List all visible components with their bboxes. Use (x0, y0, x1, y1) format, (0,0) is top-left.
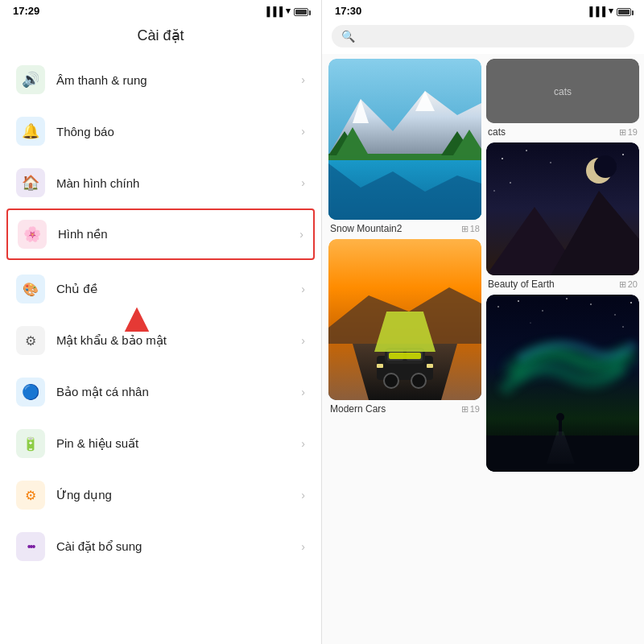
settings-item-homescreen[interactable]: 🏠 Màn hình chính › (0, 157, 321, 208)
status-icons-right: ▐▐▐ ▾ (587, 6, 631, 16)
svg-point-39 (518, 300, 519, 302)
cats-image: cats (486, 59, 639, 123)
battery-label: Pin & hiệu suất (56, 436, 301, 451)
chevron-notify: › (301, 125, 305, 138)
theme-icon: 🎨 (16, 275, 45, 303)
search-input-wrap[interactable]: 🔍 (332, 25, 634, 47)
search-bar: 🔍 (322, 20, 644, 54)
svg-marker-50 (547, 431, 575, 464)
beauty-image (486, 142, 639, 275)
car-label-row: Modern Cars ⊞ 19 (328, 400, 481, 415)
chevron-wallpaper: › (299, 228, 303, 241)
svg-rect-23 (427, 364, 433, 368)
time-left: 17:29 (13, 5, 39, 17)
wallpaper-grid: Snow Mountain2 ⊞ 18 (322, 54, 644, 644)
chevron-sound: › (301, 73, 305, 86)
beauty-name: Beauty of Earth (488, 279, 555, 290)
home-icon: 🏠 (16, 168, 45, 197)
wallpaper-col-right: cats cats ⊞ 19 (486, 59, 639, 639)
cats-label-row: cats ⊞ 19 (486, 123, 639, 138)
signal-icon-right: ▐▐▐ (587, 6, 605, 16)
notify-label: Thông báo (56, 125, 301, 138)
apps-icon: ⚙ (16, 481, 45, 510)
chevron-homescreen: › (301, 176, 305, 189)
settings-item-sound[interactable]: 🔊 Âm thanh & rung › (0, 54, 321, 105)
svg-point-21 (411, 374, 426, 388)
status-bar-right: 17:30 ▐▐▐ ▾ (322, 0, 644, 20)
svg-point-28 (594, 155, 617, 178)
wallpaper-car[interactable]: Modern Cars ⊞ 19 (328, 239, 481, 415)
wallpaper-icon: 🌸 (18, 220, 47, 249)
status-icons-left: ▐▐▐ ▾ (264, 6, 308, 16)
battery-icon-right (617, 6, 631, 15)
svg-point-38 (497, 306, 499, 308)
privacy-icon: 🔵 (16, 378, 45, 407)
svg-point-45 (530, 322, 530, 323)
settings-item-privacy[interactable]: 🔵 Bảo mật cá nhân › (0, 366, 321, 418)
svg-point-40 (542, 310, 543, 311)
search-icon: 🔍 (341, 30, 355, 43)
car-name: Modern Cars (330, 403, 386, 415)
cats-count-icon: ⊞ (619, 127, 626, 138)
beauty-count: ⊞ 20 (619, 279, 638, 290)
homescreen-label: Màn hình chính (56, 176, 301, 190)
svg-point-49 (556, 413, 564, 421)
svg-point-46 (622, 326, 624, 328)
svg-point-41 (566, 298, 568, 299)
settings-item-notify[interactable]: 🔔 Thông báo › (0, 105, 321, 157)
wallpaper-col-left: Snow Mountain2 ⊞ 18 (328, 59, 481, 639)
beauty-count-icon: ⊞ (619, 279, 626, 290)
wallpaper-label: Hình nền (58, 227, 299, 242)
svg-rect-22 (377, 364, 383, 368)
settings-item-password[interactable]: ⚙ Mật khẩu & bảo mật › (0, 315, 321, 366)
chevron-more: › (301, 540, 305, 553)
mountain-count: ⊞ 18 (461, 224, 480, 234)
svg-point-20 (384, 374, 398, 388)
time-right: 17:30 (335, 5, 361, 17)
settings-item-theme[interactable]: 🎨 Chủ đề › (0, 263, 321, 315)
chevron-battery: › (301, 437, 305, 450)
password-icon: ⚙ (16, 326, 45, 355)
settings-item-apps[interactable]: ⚙ Ứng dụng › (0, 469, 321, 521)
svg-rect-48 (559, 419, 562, 440)
chevron-apps: › (301, 489, 305, 502)
svg-rect-47 (486, 436, 639, 472)
more-icon: ••• (16, 532, 45, 561)
settings-item-wallpaper[interactable]: 🌸 Hình nền › (6, 208, 315, 260)
svg-point-34 (510, 182, 511, 184)
svg-point-43 (614, 314, 615, 315)
battery-icon-left (294, 6, 308, 15)
page-title: Cài đặt (0, 20, 321, 54)
chevron-password: › (301, 334, 305, 347)
wallpaper-cats[interactable]: cats cats ⊞ 19 (486, 59, 639, 138)
cats-count: ⊞ 19 (619, 127, 638, 138)
svg-rect-19 (389, 353, 421, 359)
car-count: ⊞ 19 (461, 404, 480, 415)
svg-point-42 (590, 303, 592, 305)
theme-label: Chủ đề (56, 282, 301, 296)
wallpaper-aurora[interactable] (486, 295, 639, 472)
car-image (328, 239, 481, 400)
status-bar-left: 17:29 ▐▐▐ ▾ (0, 0, 321, 20)
wallpaper-beauty[interactable]: Beauty of Earth ⊞ 20 (486, 142, 639, 290)
beauty-label-row: Beauty of Earth ⊞ 20 (486, 275, 639, 290)
mountain-name: Snow Mountain2 (330, 223, 402, 234)
settings-item-battery[interactable]: 🔋 Pin & hiệu suất › (0, 418, 321, 469)
notify-icon: 🔔 (16, 117, 45, 146)
wallpaper-mountain-lake[interactable]: Snow Mountain2 ⊞ 18 (328, 59, 481, 234)
wifi-icon-right: ▾ (609, 6, 613, 16)
mountain-label-row: Snow Mountain2 ⊞ 18 (328, 220, 481, 234)
svg-point-36 (493, 190, 495, 192)
settings-item-more[interactable]: ••• Cài đặt bổ sung › (0, 521, 321, 572)
cats-name: cats (488, 126, 506, 138)
wifi-icon: ▾ (286, 6, 291, 16)
apps-label: Ứng dụng (56, 488, 301, 502)
svg-point-35 (622, 154, 624, 155)
privacy-label: Bảo mật cá nhân (56, 385, 301, 399)
more-label: Cài đặt bổ sung (56, 539, 301, 554)
wallpaper-panel: 17:30 ▐▐▐ ▾ 🔍 (322, 0, 644, 644)
car-count-icon: ⊞ (461, 404, 469, 415)
mountain-lake-image (328, 59, 481, 220)
mountain-count-icon: ⊞ (461, 224, 469, 234)
settings-list: 🔊 Âm thanh & rung › 🔔 Thông báo › 🏠 Màn … (0, 54, 321, 644)
